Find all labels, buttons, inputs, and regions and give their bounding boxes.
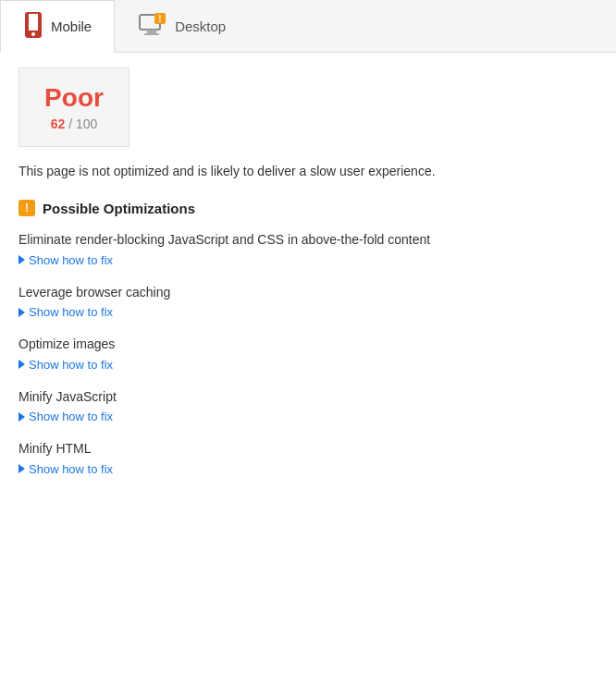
section-heading: ! Possible Optimizations	[18, 200, 598, 216]
optimization-item-render-blocking: Eliminate render-blocking JavaScript and…	[18, 231, 598, 267]
tab-mobile-label: Mobile	[51, 18, 92, 34]
tab-mobile[interactable]: ! Mobile	[0, 0, 115, 53]
show-how-to-1[interactable]: Show how to fix	[18, 305, 598, 319]
optimization-title-3: Minify JavaScript	[18, 388, 598, 407]
desktop-icon: !	[138, 13, 167, 39]
score-box: Poor 62 / 100	[18, 67, 129, 147]
triangle-icon-4	[18, 464, 25, 473]
section-title: Possible Optimizations	[43, 201, 195, 216]
optimization-item-browser-caching: Leverage browser caching Show how to fix	[18, 284, 598, 320]
score-label: Poor	[42, 83, 106, 113]
optimization-item-minify-html: Minify HTML Show how to fix	[18, 440, 598, 476]
optimizations-list: Eliminate render-blocking JavaScript and…	[18, 231, 598, 476]
optimization-title-4: Minify HTML	[18, 440, 598, 459]
svg-text:!: !	[159, 14, 162, 24]
svg-rect-6	[144, 33, 159, 35]
optimization-title-2: Optimize images	[18, 336, 598, 354]
svg-text:!: !	[31, 14, 35, 28]
triangle-icon-0	[18, 255, 25, 264]
show-how-to-label-1: Show how to fix	[29, 305, 113, 319]
score-max: 100	[76, 116, 97, 131]
show-how-to-2[interactable]: Show how to fix	[18, 358, 598, 372]
svg-point-3	[31, 32, 35, 36]
show-how-to-label-2: Show how to fix	[29, 358, 113, 372]
tab-desktop[interactable]: ! Desktop	[115, 0, 249, 52]
main-content: Poor 62 / 100 This page is not optimized…	[0, 53, 616, 508]
optimization-item-minify-js: Minify JavaScript Show how to fix	[18, 388, 598, 424]
optimization-title-0: Eliminate render-blocking JavaScript and…	[18, 231, 598, 250]
show-how-to-4[interactable]: Show how to fix	[18, 462, 598, 476]
triangle-icon-1	[18, 308, 25, 317]
show-how-to-0[interactable]: Show how to fix	[18, 253, 598, 267]
show-how-to-3[interactable]: Show how to fix	[18, 410, 598, 423]
tabs-container: ! Mobile ! Desktop	[0, 0, 616, 53]
mobile-icon: !	[23, 12, 43, 41]
optimization-item-optimize-images: Optimize images Show how to fix	[18, 336, 598, 372]
description-text: This page is not optimized and is likely…	[18, 162, 598, 181]
triangle-icon-3	[18, 412, 25, 422]
warning-icon: !	[18, 200, 35, 216]
show-how-to-label-4: Show how to fix	[29, 462, 113, 476]
show-how-to-label-3: Show how to fix	[29, 410, 113, 423]
show-how-to-label-0: Show how to fix	[29, 253, 113, 267]
score-numbers: 62 / 100	[42, 116, 106, 131]
triangle-icon-2	[18, 360, 25, 369]
optimization-title-1: Leverage browser caching	[18, 284, 598, 302]
svg-rect-5	[147, 30, 156, 33]
tab-desktop-label: Desktop	[175, 18, 226, 34]
score-number: 62	[51, 116, 66, 131]
score-separator: /	[65, 116, 76, 131]
